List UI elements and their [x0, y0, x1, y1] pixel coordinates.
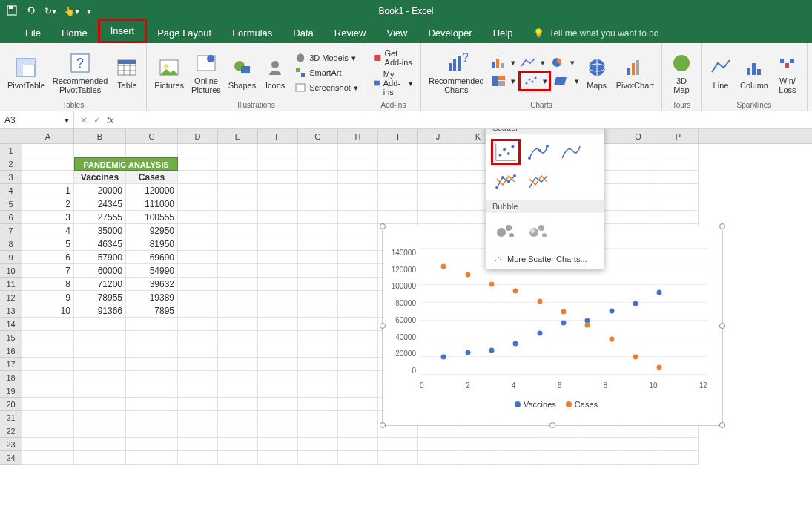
cell-G13[interactable] — [298, 304, 338, 318]
cell-A17[interactable] — [22, 358, 74, 371]
cell-I1[interactable] — [378, 144, 418, 157]
cell-H21[interactable] — [338, 411, 378, 424]
sparkline-winloss-button[interactable]: Win/ Loss — [773, 50, 802, 96]
cell-E17[interactable] — [218, 358, 258, 371]
chart-point-cases[interactable] — [441, 264, 446, 269]
cell-F11[interactable] — [258, 278, 298, 291]
cell-O6[interactable] — [618, 211, 658, 224]
cell-C9[interactable]: 69690 — [126, 251, 178, 264]
cell-H6[interactable] — [338, 211, 378, 224]
cell-H4[interactable] — [338, 184, 378, 197]
cell-B6[interactable]: 27555 — [74, 211, 126, 224]
cell-J4[interactable] — [418, 184, 458, 197]
cell-H11[interactable] — [338, 278, 378, 291]
cell-A24[interactable] — [22, 451, 74, 465]
cell-O3[interactable] — [618, 171, 658, 184]
cell-P2[interactable] — [658, 157, 699, 171]
cell-D24[interactable] — [178, 451, 218, 465]
cell-D19[interactable] — [178, 384, 218, 398]
cell-C5[interactable]: 111000 — [126, 197, 178, 211]
cell-E24[interactable] — [218, 451, 258, 465]
row-header-10[interactable]: 10 — [0, 264, 22, 278]
cell-C1[interactable] — [126, 144, 178, 157]
cell-E6[interactable] — [218, 211, 258, 224]
cell-B1[interactable] — [74, 144, 126, 157]
chart-point-cases[interactable] — [561, 309, 567, 315]
cell-A3[interactable] — [22, 171, 74, 184]
scatter-option[interactable] — [491, 139, 521, 165]
cell-E12[interactable] — [218, 291, 258, 304]
cell-G21[interactable] — [298, 411, 338, 424]
recommended-pivottables-button[interactable]: ? Recommended PivotTables — [50, 50, 111, 96]
row-header-21[interactable]: 21 — [0, 411, 22, 424]
fx-icon[interactable]: fx — [107, 115, 113, 125]
cell-A11[interactable]: 8 — [22, 278, 74, 291]
cell-H20[interactable] — [338, 398, 378, 411]
cell-A8[interactable]: 5 — [22, 237, 74, 251]
tab-formulas[interactable]: Formulas — [222, 23, 283, 43]
surface-chart-button[interactable]: ▾ — [552, 71, 581, 91]
cell-G12[interactable] — [298, 291, 338, 304]
cell-H16[interactable] — [338, 344, 378, 358]
chart-legend[interactable]: Vaccines Cases — [383, 397, 722, 412]
cell-E8[interactable] — [218, 237, 258, 251]
cell-C20[interactable] — [126, 398, 178, 411]
cell-C7[interactable]: 92950 — [126, 224, 178, 237]
cell-G22[interactable] — [298, 424, 338, 438]
cell-P3[interactable] — [658, 171, 699, 184]
cell-D18[interactable] — [178, 371, 218, 384]
cell-F4[interactable] — [258, 184, 298, 197]
cell-L23[interactable] — [498, 438, 538, 451]
cell-M23[interactable] — [538, 438, 578, 451]
column-header-A[interactable]: A — [22, 129, 74, 143]
cell-O1[interactable] — [618, 144, 658, 157]
cell-A12[interactable]: 9 — [22, 291, 74, 304]
cell-B23[interactable] — [74, 438, 126, 451]
cell-E4[interactable] — [218, 184, 258, 197]
cell-D12[interactable] — [178, 291, 218, 304]
cell-C14[interactable] — [126, 318, 178, 331]
cell-J1[interactable] — [418, 144, 458, 157]
cell-B5[interactable]: 24345 — [74, 197, 126, 211]
cell-G16[interactable] — [298, 344, 338, 358]
cell-C21[interactable] — [126, 411, 178, 424]
cell-O23[interactable] — [618, 438, 658, 451]
cell-G17[interactable] — [298, 358, 338, 371]
table-button[interactable]: Table — [112, 54, 142, 91]
column-header-C[interactable]: C — [126, 129, 178, 143]
cell-P6[interactable] — [658, 211, 699, 224]
cell-D3[interactable] — [178, 171, 218, 184]
cell-D22[interactable] — [178, 424, 218, 438]
bubble-option[interactable] — [491, 217, 521, 244]
cell-G10[interactable] — [298, 264, 338, 278]
cell-B4[interactable]: 20000 — [74, 184, 126, 197]
cell-J2[interactable] — [418, 157, 458, 171]
cell-A6[interactable]: 3 — [22, 211, 74, 224]
cell-D2[interactable] — [178, 157, 218, 171]
cell-E20[interactable] — [218, 398, 258, 411]
cell-B12[interactable]: 78955 — [74, 291, 126, 304]
row-header-8[interactable]: 8 — [0, 237, 22, 251]
cell-A20[interactable] — [22, 398, 74, 411]
cell-D14[interactable] — [178, 318, 218, 331]
cell-O24[interactable] — [618, 451, 658, 465]
cell-G14[interactable] — [298, 318, 338, 331]
more-scatter-charts-button[interactable]: More Scatter Charts... — [486, 249, 604, 269]
column-header-I[interactable]: I — [378, 129, 418, 143]
cell-D8[interactable] — [178, 237, 218, 251]
treemap-chart-button[interactable]: ▾ — [489, 71, 517, 91]
cell-G9[interactable] — [298, 251, 338, 264]
cell-C12[interactable]: 19389 — [126, 291, 178, 304]
row-header-17[interactable]: 17 — [0, 358, 22, 371]
cell-G18[interactable] — [298, 371, 338, 384]
cell-C18[interactable] — [126, 371, 178, 384]
cell-G3[interactable] — [298, 171, 338, 184]
cell-H17[interactable] — [338, 358, 378, 371]
cell-B9[interactable]: 57900 — [74, 251, 126, 264]
chart-point-cases[interactable] — [633, 355, 638, 360]
cell-N22[interactable] — [578, 424, 618, 438]
cell-C4[interactable]: 120000 — [126, 184, 178, 197]
cell-A2[interactable] — [22, 157, 74, 171]
tell-me-search[interactable]: 💡 Tell me what you want to do — [523, 24, 669, 43]
cell-A4[interactable]: 1 — [22, 184, 74, 197]
